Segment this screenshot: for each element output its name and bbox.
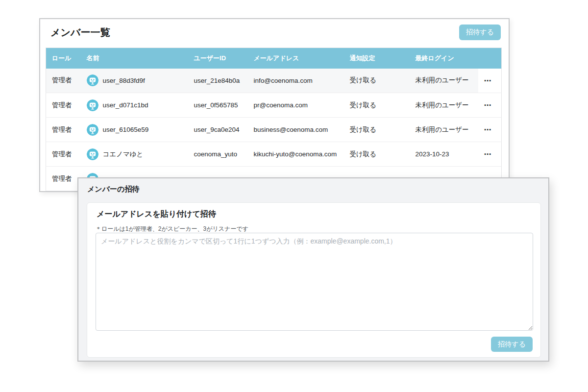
- cell-row-menu: ⋯: [478, 93, 502, 118]
- paste-invite-panel: メールアドレスを貼り付けて招待 ＊ロールは1が管理者、2がスピーカー、3がリスナ…: [87, 202, 541, 358]
- page-title: メンバー一覧: [50, 26, 110, 39]
- table-body: 管理者 user_88d3fd9f: [46, 69, 502, 191]
- invite-button[interactable]: 招待する: [459, 24, 501, 40]
- coenoma-mascot-avatar-icon: [87, 124, 98, 136]
- coenoma-mascot-avatar-icon: [87, 99, 98, 111]
- cell-notification: 受け取る: [344, 93, 410, 118]
- table-row: 管理者 コエノマゆと: [46, 142, 502, 167]
- coenoma-mascot-avatar-icon: [87, 74, 98, 86]
- column-header: 最終ログイン: [410, 48, 478, 69]
- cell-email: pr@coenoma.com: [248, 93, 344, 118]
- table-row: 管理者 user_88d3fd9f: [46, 69, 502, 93]
- cell-user-id: user_0f565785: [188, 93, 248, 118]
- cell-row-menu: ⋯: [478, 69, 502, 93]
- table-row: 管理者 user_61065e59: [46, 118, 502, 142]
- cell-role: 管理者: [46, 93, 84, 118]
- cell-name: コエノマゆと: [84, 142, 188, 167]
- cell-email: business@coenoma.com: [248, 118, 344, 142]
- row-menu-ellipsis-icon[interactable]: ⋯: [483, 148, 493, 160]
- member-name: user_61065e59: [103, 126, 149, 133]
- cell-name: user_d071c1bd: [84, 93, 188, 118]
- column-header: ロール: [46, 48, 84, 69]
- column-header: メールアドレス: [248, 48, 344, 69]
- page: メンバー一覧 招待する ロール名前ユーザーIDメールアドレス通知設定最終ログイン…: [0, 0, 588, 392]
- cell-last-login: 未利用のユーザー: [410, 93, 478, 118]
- cell-row-menu: ⋯: [478, 118, 502, 142]
- column-header-menu: [478, 48, 502, 69]
- member-name: user_88d3fd9f: [103, 77, 145, 84]
- table-header-row: ロール名前ユーザーIDメールアドレス通知設定最終ログイン: [46, 48, 502, 69]
- cell-row-menu: ⋯: [478, 142, 502, 167]
- cell-last-login: 未利用のユーザー: [410, 118, 478, 142]
- cell-last-login: 2023-10-23: [410, 142, 478, 167]
- member-name: user_d071c1bd: [103, 101, 148, 109]
- member-table: ロール名前ユーザーIDメールアドレス通知設定最終ログイン 管理者: [46, 48, 502, 191]
- cell-role: 管理者: [46, 118, 84, 142]
- column-header: 名前: [84, 48, 188, 69]
- cell-user-id: user_21e84b0a: [188, 69, 248, 93]
- cell-user-id: coenoma_yuto: [188, 142, 248, 167]
- row-menu-ellipsis-icon[interactable]: ⋯: [483, 124, 493, 135]
- modal-title: メンバーの招待: [87, 185, 139, 194]
- member-list-card: メンバー一覧 招待する ロール名前ユーザーIDメールアドレス通知設定最終ログイン…: [39, 18, 510, 192]
- invite-emails-textarea[interactable]: [96, 233, 533, 331]
- cell-last-login: 未利用のユーザー: [410, 69, 478, 93]
- coenoma-mascot-avatar-icon: [87, 148, 98, 160]
- member-name: コエノマゆと: [103, 150, 144, 159]
- cell-role: 管理者: [46, 142, 84, 167]
- cell-email: kikuchi-yuto@coenoma.com: [248, 142, 344, 167]
- cell-role: 管理者: [46, 69, 84, 93]
- row-menu-ellipsis-icon[interactable]: ⋯: [483, 75, 493, 86]
- invite-member-modal: メンバーの招待 メールアドレスを貼り付けて招待 ＊ロールは1が管理者、2がスピー…: [77, 177, 549, 362]
- paste-invite-section-title: メールアドレスを貼り付けて招待: [97, 209, 216, 220]
- column-header: 通知設定: [344, 48, 410, 69]
- cell-user-id: user_9ca0e204: [188, 118, 248, 142]
- cell-name: user_61065e59: [84, 118, 188, 142]
- cell-email: info@coenoma.com: [248, 69, 344, 93]
- row-menu-ellipsis-icon[interactable]: ⋯: [483, 99, 493, 111]
- invite-submit-button[interactable]: 招待する: [491, 337, 533, 352]
- cell-notification: 受け取る: [344, 118, 410, 142]
- role-note: ＊ロールは1が管理者、2がスピーカー、3がリスナーです: [96, 225, 248, 233]
- cell-notification: 受け取る: [344, 142, 410, 167]
- cell-name: user_88d3fd9f: [84, 69, 188, 93]
- cell-notification: 受け取る: [344, 69, 410, 93]
- table-row: 管理者 user_d071c1bd: [46, 93, 502, 118]
- column-header: ユーザーID: [188, 48, 248, 69]
